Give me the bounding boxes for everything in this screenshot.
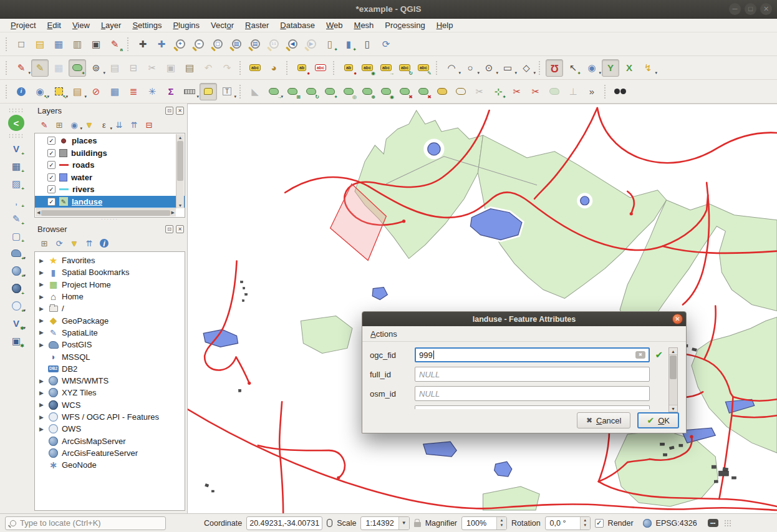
browser-item-wms-wmts[interactable]: ▶WMS/WMTS: [35, 375, 185, 387]
change-label-button[interactable]: abc✎: [415, 59, 432, 77]
zoom-last-button[interactable]: ◀: [284, 36, 301, 53]
snap-on-intersection-button[interactable]: X: [620, 59, 638, 77]
chevron-down-icon[interactable]: ▼: [398, 517, 409, 530]
browser-panel-close-button[interactable]: ✕: [176, 225, 184, 233]
select-features-button[interactable]: ↖▾: [50, 83, 67, 100]
layers-vertical-scrollbar[interactable]: ▲ ▼: [176, 134, 184, 208]
browser-item-spatialite[interactable]: ▶✎SpatiaLite: [35, 327, 185, 339]
mouse-position-icon[interactable]: [327, 519, 332, 527]
field-input-ogc_fid[interactable]: 999✖: [415, 347, 650, 362]
add-regular-polygon-button[interactable]: ◇▾: [518, 59, 535, 77]
layer-item-places[interactable]: ✓places: [35, 135, 185, 147]
layer-item-rivers[interactable]: ✓rivers: [35, 183, 185, 196]
expand-arrow-icon[interactable]: ▶: [38, 258, 45, 264]
vertex-marker-button[interactable]: ⊹✦: [490, 83, 507, 100]
expand-all-button[interactable]: ⇊: [112, 118, 126, 132]
field-input-full_id[interactable]: NULL: [415, 367, 650, 382]
expand-arrow-icon[interactable]: ▶: [38, 306, 45, 312]
menu-processing[interactable]: Processing: [379, 19, 430, 31]
add-wcs-button[interactable]: +: [7, 279, 25, 297]
paste-features-button[interactable]: ▤: [181, 59, 198, 77]
browser-item-wcs[interactable]: ▶WCS: [35, 399, 185, 411]
spin-arrows-icon[interactable]: ▲▼: [496, 517, 506, 530]
browser-item-project-home[interactable]: ▶▦Project Home: [35, 279, 185, 291]
add-postgis-button[interactable]: +▾: [7, 244, 25, 262]
refresh-browser-button[interactable]: ⟳: [52, 236, 66, 250]
search-features-button[interactable]: [611, 83, 629, 100]
add-group-button[interactable]: ⊞: [52, 118, 66, 132]
toggle-editing-button[interactable]: ✎: [31, 59, 49, 77]
menu-view[interactable]: View: [67, 19, 95, 31]
add-part-button[interactable]: ⊕: [359, 83, 376, 100]
dialog-close-button[interactable]: ✕: [672, 314, 683, 324]
layer-checkbox[interactable]: ✓: [47, 185, 56, 193]
menu-plugins[interactable]: Plugins: [167, 19, 205, 31]
select-by-form-button[interactable]: ▤▾: [69, 83, 86, 100]
rotation-value[interactable]: 0,0 °: [546, 517, 580, 530]
menu-mesh[interactable]: Mesh: [349, 19, 380, 31]
layers-panel-float-button[interactable]: ⊡: [165, 107, 173, 115]
new-mesh-layer-button[interactable]: ▨+: [7, 175, 25, 192]
browser-item-[interactable]: ▶/: [35, 302, 185, 314]
more-tools-button[interactable]: »: [583, 83, 601, 100]
new-project-button[interactable]: □: [12, 36, 30, 53]
menu-web[interactable]: Web: [321, 19, 349, 31]
rotation-spinbox[interactable]: 0,0 ° ▲▼: [545, 516, 591, 530]
crs-value[interactable]: EPSG:4326: [656, 519, 697, 528]
snapping-button[interactable]: Ω: [546, 59, 563, 77]
collapse-all-button[interactable]: ⇈: [127, 118, 141, 132]
open-layer-styling-button[interactable]: ✎: [37, 118, 51, 132]
browser-properties-button[interactable]: i: [97, 236, 111, 250]
simplify-feature-button[interactable]: ✦: [321, 83, 339, 100]
add-selected-layers-button[interactable]: ⊞: [37, 236, 51, 250]
expand-arrow-icon[interactable]: ▶: [38, 294, 45, 300]
browser-item-ows[interactable]: ▶OWS: [35, 423, 185, 435]
layer-checkbox[interactable]: ✓: [47, 149, 56, 157]
scale-combo[interactable]: 1:14392 ▼: [360, 516, 409, 530]
new-vector-layer-button[interactable]: V+: [7, 140, 25, 157]
messages-icon[interactable]: •••: [708, 519, 718, 527]
lock-scale-icon[interactable]: [414, 522, 421, 527]
toggle-label-visibility-button[interactable]: abc◉: [359, 59, 376, 77]
show-spatial-bookmarks-button[interactable]: ▯: [359, 36, 376, 53]
add-rectangle-button[interactable]: ▭▾: [499, 59, 516, 77]
menu-vector[interactable]: Vector: [205, 19, 239, 31]
menu-settings[interactable]: Settings: [127, 19, 167, 31]
deselect-features-button[interactable]: ⊘: [87, 83, 105, 100]
copy-move-feature-button[interactable]: ⊞: [284, 83, 301, 100]
add-ellipse-button[interactable]: ⊙▾: [480, 59, 498, 77]
expand-arrow-icon[interactable]: ▶: [38, 329, 45, 336]
statistics-button[interactable]: Σ: [162, 83, 180, 100]
scroll-down-icon[interactable]: ▼: [669, 405, 677, 412]
offset-curve-button[interactable]: [452, 83, 470, 100]
dialog-scrollbar[interactable]: ▲ ▼: [668, 347, 678, 412]
zoom-out-button[interactable]: −: [190, 36, 208, 53]
layers-panel-close-button[interactable]: ✕: [176, 107, 184, 115]
layer-item-buildings[interactable]: ✓buildings: [35, 147, 185, 160]
pin-labels-button[interactable]: ab●: [293, 59, 311, 77]
new-print-layout-button[interactable]: ▥: [69, 36, 86, 53]
add-point-cloud-button[interactable]: ▣✱: [7, 332, 25, 349]
minimize-button[interactable]: ─: [729, 3, 741, 15]
zoom-to-layer-button[interactable]: ▤: [246, 36, 264, 53]
open-project-button[interactable]: ▤: [31, 36, 49, 53]
ok-button[interactable]: ✔OK: [637, 412, 679, 428]
field-input-osm_id[interactable]: NULL: [415, 386, 650, 401]
layer-checkbox[interactable]: ✓: [47, 137, 56, 145]
browser-item-arcgismapserver[interactable]: ArcGisMapServer: [35, 435, 185, 447]
pan-to-selection-button[interactable]: ✚: [153, 36, 170, 53]
layer-checkbox[interactable]: ✓: [47, 173, 56, 181]
browser-item-geonode[interactable]: ∗GeoNode: [35, 459, 185, 471]
add-wms-button[interactable]: +▾: [7, 262, 25, 279]
move-feature-button[interactable]: →▾: [265, 83, 282, 100]
split-parts-button[interactable]: ✂: [508, 83, 526, 100]
expand-arrow-icon[interactable]: ▶: [38, 317, 45, 324]
style-manager-button[interactable]: ✎a: [106, 36, 123, 53]
delete-ring-button[interactable]: ✖: [396, 83, 413, 100]
browser-item-db2[interactable]: DB2DB2: [35, 363, 185, 375]
rotate-feature-button[interactable]: ↻: [302, 83, 320, 100]
coordinate-value[interactable]: 20.49231,-34.00731: [246, 516, 322, 530]
browser-item-geopackage[interactable]: ▶◆GeoPackage: [35, 314, 185, 326]
refresh-map-button[interactable]: ⟳: [377, 36, 395, 53]
browser-item-xyz-tiles[interactable]: ▶XYZ Tiles: [35, 387, 185, 399]
